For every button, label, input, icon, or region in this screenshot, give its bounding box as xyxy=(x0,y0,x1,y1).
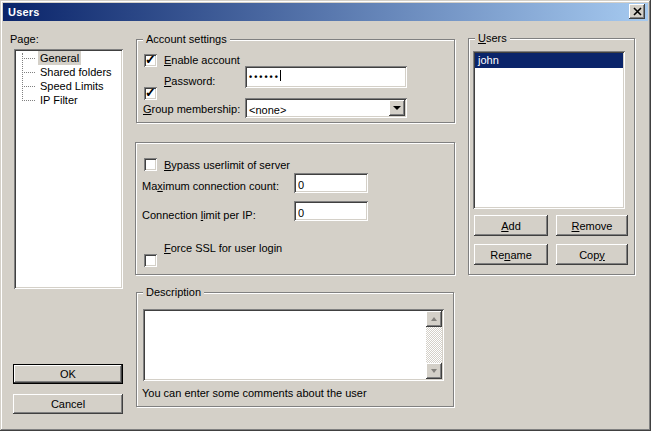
description-group: Description You can enter some comments … xyxy=(136,292,454,407)
password-label: Password: xyxy=(164,75,215,87)
tree-item-shared-folders[interactable]: Shared folders xyxy=(14,65,123,79)
group-membership-label: Group membership: xyxy=(143,103,240,115)
text-caret xyxy=(280,70,281,81)
description-hint: You can enter some comments about the us… xyxy=(142,387,367,399)
add-user-button[interactable]: Add xyxy=(474,215,548,236)
users-group-title: Users xyxy=(475,32,510,45)
tree-item-speed-limits[interactable]: Speed Limits xyxy=(14,79,123,93)
force-ssl-checkbox[interactable] xyxy=(144,254,157,267)
password-checkbox[interactable] xyxy=(144,87,157,100)
remove-user-button[interactable]: Remove xyxy=(556,215,628,236)
cancel-button[interactable]: Cancel xyxy=(13,394,123,414)
title-bar[interactable]: Users xyxy=(3,3,648,21)
arrow-up-icon xyxy=(431,317,437,321)
group-membership-value: <none> xyxy=(249,104,286,116)
description-title: Description xyxy=(143,286,204,299)
user-list-item[interactable]: john xyxy=(475,53,623,68)
window-title: Users xyxy=(3,6,40,18)
max-connections-input[interactable] xyxy=(294,173,368,193)
enable-account-checkbox[interactable] xyxy=(144,54,157,67)
bypass-userlimit-label: Bypass userlimit of server xyxy=(164,159,290,171)
description-scrollbar[interactable] xyxy=(426,311,442,379)
limits-group: Bypass userlimit of server Maximum conne… xyxy=(135,142,455,275)
scroll-up-button[interactable] xyxy=(426,311,442,327)
account-settings-group: Account settings Enable account Password… xyxy=(136,39,455,123)
close-button[interactable] xyxy=(629,4,645,19)
tree-item-ip-filter[interactable]: IP Filter xyxy=(14,93,123,107)
copy-user-button[interactable]: Copy xyxy=(556,244,628,265)
users-group: Users john Add Remove Rename Copy xyxy=(468,38,635,275)
force-ssl-label: Force SSL for user login xyxy=(164,242,282,254)
enable-account-label: Enable account xyxy=(164,54,240,66)
chevron-down-icon xyxy=(393,106,401,110)
tree-item-general[interactable]: General xyxy=(14,51,123,65)
password-input[interactable]: •••••• xyxy=(245,66,407,88)
bypass-userlimit-checkbox[interactable] xyxy=(144,158,157,171)
ok-button[interactable]: OK xyxy=(13,364,123,384)
rename-user-button[interactable]: Rename xyxy=(474,244,548,265)
dropdown-button[interactable] xyxy=(389,100,405,116)
scroll-down-button[interactable] xyxy=(426,363,442,379)
users-list[interactable]: john xyxy=(473,51,625,209)
page-tree[interactable]: General Shared folders Speed Limits IP F… xyxy=(14,49,123,289)
arrow-down-icon xyxy=(431,369,437,373)
page-label: Page: xyxy=(10,33,39,45)
max-connections-label: Maximum connection count: xyxy=(142,180,279,192)
conn-per-ip-input[interactable] xyxy=(294,201,368,221)
users-dialog: { "window": { "title": "Users" }, "page_… xyxy=(0,0,651,431)
conn-per-ip-label: Connection limit per IP: xyxy=(142,209,256,221)
group-membership-select[interactable]: <none> xyxy=(245,98,407,118)
account-settings-title: Account settings xyxy=(143,33,230,46)
description-input[interactable] xyxy=(143,309,444,381)
close-icon xyxy=(633,7,642,16)
